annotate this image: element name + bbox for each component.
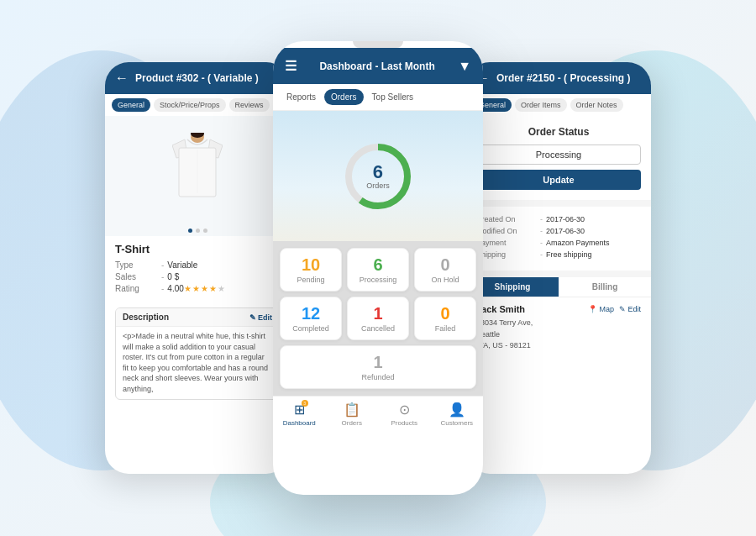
donut-chart: 6 Orders: [340, 139, 416, 214]
stat-pending[interactable]: 10 Pending: [280, 248, 342, 292]
products-nav-label: Products: [391, 419, 417, 427]
stat-failed[interactable]: 0 Failed: [414, 297, 476, 340]
completed-label: Completed: [286, 324, 336, 333]
tab-reports[interactable]: Reports: [280, 89, 323, 105]
address-edit-button[interactable]: ✎ Edit: [619, 305, 641, 313]
address-text: 83034 Terry Ave, Seattle WA, US - 98121: [476, 318, 641, 352]
billing-tab[interactable]: Billing: [559, 277, 651, 297]
product-phone-header: ← Product #302 - ( Variable ): [105, 62, 290, 94]
created-sep: -: [540, 215, 543, 223]
payment-key: Payment: [476, 239, 537, 247]
address-actions: 📍 Map ✎ Edit: [588, 305, 641, 313]
bottom-nav: ⊞ 3 Dashboard 📋 Orders ⊙ Products 👤 Cust…: [273, 396, 483, 430]
rating-label: Rating: [115, 284, 161, 293]
tab-orders[interactable]: Orders: [324, 89, 364, 105]
created-key: Created On: [476, 215, 537, 223]
description-edit-button[interactable]: ✎ Edit: [249, 313, 273, 322]
nav-customers[interactable]: 👤 Customers: [431, 402, 484, 427]
shipping-key: Shipping: [476, 250, 537, 259]
sales-row: Sales - 0 $: [115, 272, 280, 281]
product-back-button[interactable]: ←: [115, 71, 129, 86]
nav-products[interactable]: ⊙ Products: [378, 402, 431, 427]
orders-nav-label: Orders: [342, 419, 362, 427]
order-phone: ← Order #2150 - ( Processing ) General O…: [466, 62, 651, 474]
description-section: Description ✎ Edit <p>Made in a neutral …: [115, 307, 280, 400]
tab-top-sellers[interactable]: Top Sellers: [365, 89, 420, 105]
rating-value: 4.00: [167, 284, 183, 293]
donut-label: Orders: [366, 181, 390, 190]
stats-grid: 10 Pending 6 Processing 0 On Hold 12 Com…: [273, 241, 483, 396]
detail-created: Created On - 2017-06-30: [476, 215, 641, 223]
star-5: ★: [218, 284, 226, 293]
shipping-billing-tabs: Shipping Billing: [466, 277, 651, 297]
type-label: Type: [115, 260, 161, 270]
modified-sep: -: [540, 227, 543, 235]
cancelled-label: Cancelled: [353, 324, 403, 333]
nav-dashboard[interactable]: ⊞ 3 Dashboard: [273, 402, 326, 427]
order-status-section: Order Status Processing Update: [466, 116, 651, 207]
phone-notch: [353, 41, 403, 48]
image-dots: [105, 225, 290, 236]
customers-nav-label: Customers: [440, 419, 473, 427]
dashboard-phone: ☰ Dashboard - Last Month ▼ Reports Order…: [273, 41, 483, 495]
stat-onhold[interactable]: 0 On Hold: [414, 248, 476, 292]
orders-nav-icon: 📋: [344, 402, 360, 418]
tab-stock[interactable]: Stock/Price/Props: [154, 98, 226, 112]
order-tab-notes[interactable]: Order Notes: [570, 98, 623, 112]
star-1: ★: [184, 284, 192, 293]
product-image-area: [105, 116, 290, 225]
failed-label: Failed: [420, 324, 470, 333]
stat-cancelled[interactable]: 1 Cancelled: [347, 297, 409, 340]
product-phone: ← Product #302 - ( Variable ) General St…: [105, 62, 290, 474]
order-tabs: General Order Items Order Notes: [466, 94, 651, 116]
stat-processing[interactable]: 6 Processing: [347, 248, 409, 292]
donut-number: 6: [366, 163, 390, 181]
shipping-value: Free shipping: [546, 250, 592, 259]
dashboard-header: ☰ Dashboard - Last Month ▼: [273, 48, 483, 84]
rating-row: Rating - 4.00 ★ ★ ★ ★ ★: [115, 284, 280, 293]
products-nav-icon: ⊙: [399, 402, 410, 418]
address-name-row: Jack Smith 📍 Map ✎ Edit: [476, 304, 641, 314]
product-title: Product #302 - ( Variable ): [135, 72, 280, 84]
detail-payment: Payment - Amazon Payments: [476, 239, 641, 247]
stat-completed[interactable]: 12 Completed: [280, 297, 342, 340]
donut-center: 6 Orders: [366, 163, 390, 190]
address-section: Jack Smith 📍 Map ✎ Edit 83034 Terry Ave,…: [466, 297, 651, 359]
tab-general[interactable]: General: [112, 98, 150, 112]
tab-reviews[interactable]: Reviews: [229, 98, 270, 112]
order-title: Order #2150 - ( Processing ): [496, 72, 641, 84]
cancelled-number: 1: [353, 304, 403, 323]
type-row: Type - Variable: [115, 260, 280, 270]
dashboard-badge: 3: [302, 400, 308, 407]
onhold-label: On Hold: [420, 276, 470, 284]
shipping-sep: -: [540, 250, 543, 259]
order-tab-items[interactable]: Order Items: [515, 98, 567, 112]
dot-2: [196, 229, 200, 233]
dot-1: [188, 229, 192, 233]
filter-icon[interactable]: ▼: [458, 59, 471, 74]
address-line1: 83034 Terry Ave,: [476, 318, 533, 327]
modified-key: Modified On: [476, 227, 537, 235]
order-status-select[interactable]: Processing: [476, 145, 641, 165]
stat-refunded[interactable]: 1 Refunded: [280, 345, 476, 389]
chart-area: 6 Orders: [273, 111, 483, 241]
order-details-section: Created On - 2017-06-30 Modified On - 20…: [466, 207, 651, 277]
menu-icon[interactable]: ☰: [285, 58, 297, 74]
refunded-label: Refunded: [286, 373, 470, 381]
detail-modified: Modified On - 2017-06-30: [476, 227, 641, 235]
map-link[interactable]: 📍 Map: [588, 305, 614, 313]
processing-label: Processing: [353, 276, 403, 284]
tshirt-icon: [172, 133, 223, 208]
payment-value: Amazon Payments: [546, 239, 610, 247]
sales-label: Sales: [115, 272, 161, 281]
order-update-button[interactable]: Update: [476, 170, 641, 190]
modified-value: 2017-06-30: [546, 227, 585, 235]
address-name: Jack Smith: [476, 304, 525, 314]
customers-nav-icon: 👤: [449, 402, 465, 418]
pending-label: Pending: [286, 276, 336, 284]
product-name: T-Shirt: [115, 243, 280, 255]
nav-orders[interactable]: 📋 Orders: [326, 402, 379, 427]
address-line3: WA, US - 98121: [476, 341, 531, 349]
star-4: ★: [209, 284, 218, 293]
product-tabs: General Stock/Price/Props Reviews: [105, 94, 290, 116]
